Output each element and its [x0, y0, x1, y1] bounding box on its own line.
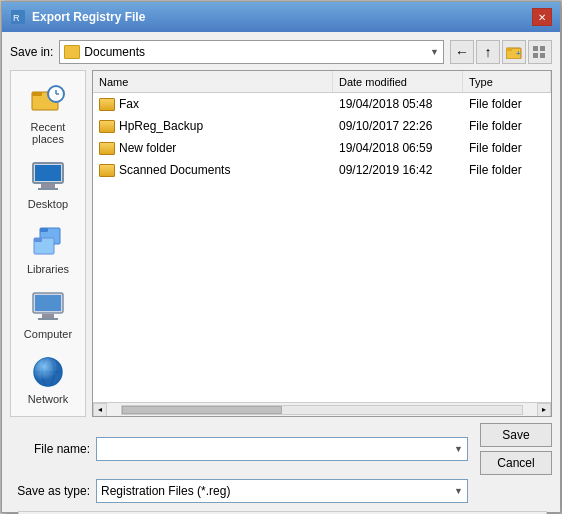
svg-text:+: +: [516, 49, 521, 58]
svg-rect-8: [540, 53, 545, 58]
filename-row: File name: ▼ Save Cancel: [10, 423, 552, 475]
svg-rect-24: [42, 314, 54, 318]
toolbar-buttons: ← ↑ +: [450, 40, 552, 64]
save-button[interactable]: Save: [480, 423, 552, 447]
sidebar-item-desktop[interactable]: Desktop: [15, 154, 81, 215]
filetype-dropdown-arrow: ▼: [454, 486, 463, 496]
file-name-cell: Scanned Documents: [95, 163, 335, 177]
folder-icon: [99, 164, 115, 177]
file-type-cell: File folder: [465, 163, 549, 177]
new-folder-button[interactable]: +: [502, 40, 526, 64]
action-buttons: Save Cancel: [480, 423, 552, 475]
column-header-date[interactable]: Date modified: [333, 71, 463, 92]
folder-icon: [99, 120, 115, 133]
desktop-label: Desktop: [28, 198, 68, 210]
folder-icon: [64, 45, 80, 59]
file-list-header: Name Date modified Type: [93, 71, 551, 93]
regedit-icon: R: [10, 9, 26, 25]
table-row[interactable]: Scanned Documents 09/12/2019 16:42 File …: [93, 159, 551, 181]
dialog-body: Save in: Documents ▼ ← ↑ +: [2, 32, 560, 514]
chevron-down-icon: ▼: [430, 47, 439, 57]
desktop-icon: [30, 159, 66, 195]
svg-rect-19: [40, 228, 48, 232]
sidebar-item-network[interactable]: Network: [15, 349, 81, 410]
svg-rect-7: [533, 53, 538, 58]
file-date-cell: 19/04/2018 06:59: [335, 141, 465, 155]
svg-rect-17: [38, 188, 58, 190]
bottom-fields: File name: ▼ Save Cancel Save as type: R…: [10, 423, 552, 503]
svg-rect-21: [34, 238, 42, 242]
title-bar-buttons: ✕: [532, 8, 552, 26]
libraries-icon: [30, 224, 66, 260]
column-header-type[interactable]: Type: [463, 71, 551, 92]
horizontal-scrollbar[interactable]: ◂ ▸: [93, 402, 551, 416]
filetype-row: Save as type: Registration Files (*.reg)…: [10, 479, 552, 503]
views-icon: [533, 46, 547, 58]
up-button[interactable]: ↑: [476, 40, 500, 64]
svg-rect-10: [32, 92, 42, 96]
scroll-thumb[interactable]: [122, 406, 282, 414]
file-name-cell: Fax: [95, 97, 335, 111]
file-name-cell: New folder: [95, 141, 335, 155]
sidebar-item-recent-places[interactable]: Recent places: [15, 77, 81, 150]
svg-rect-3: [506, 48, 512, 51]
table-row[interactable]: New folder 19/04/2018 06:59 File folder: [93, 137, 551, 159]
file-list-panel: Name Date modified Type Fax 19/04/2018 0…: [92, 70, 552, 417]
filename-label: File name:: [10, 442, 90, 456]
save-in-label: Save in:: [10, 45, 53, 59]
file-type-cell: File folder: [465, 141, 549, 155]
network-icon: [30, 354, 66, 390]
title-bar: R Export Registry File ✕: [2, 2, 560, 32]
recent-places-icon: [30, 82, 66, 118]
dialog-title: Export Registry File: [32, 10, 145, 24]
main-area: Recent places Desktop: [10, 70, 552, 417]
network-label: Network: [28, 393, 68, 405]
file-date-cell: 09/10/2017 22:26: [335, 119, 465, 133]
file-type-cell: File folder: [465, 97, 549, 111]
sidebar-item-computer[interactable]: Computer: [15, 284, 81, 345]
scroll-track[interactable]: [121, 405, 523, 415]
file-date-cell: 19/04/2018 05:48: [335, 97, 465, 111]
table-row[interactable]: HpReg_Backup 09/10/2017 22:26 File folde…: [93, 115, 551, 137]
sidebar-item-libraries[interactable]: Libraries: [15, 219, 81, 280]
svg-point-31: [34, 358, 62, 386]
file-date-cell: 09/12/2019 16:42: [335, 163, 465, 177]
computer-label: Computer: [24, 328, 72, 340]
close-button[interactable]: ✕: [532, 8, 552, 26]
new-folder-icon: +: [506, 45, 522, 59]
file-type-cell: File folder: [465, 119, 549, 133]
scroll-right-arrow[interactable]: ▸: [537, 403, 551, 417]
svg-rect-6: [540, 46, 545, 51]
libraries-label: Libraries: [27, 263, 69, 275]
file-name-cell: HpReg_Backup: [95, 119, 335, 133]
computer-icon: [30, 289, 66, 325]
file-list: Fax 19/04/2018 05:48 File folder HpReg_B…: [93, 93, 551, 402]
table-row[interactable]: Fax 19/04/2018 05:48 File folder: [93, 93, 551, 115]
views-button[interactable]: [528, 40, 552, 64]
recent-places-label: Recent places: [18, 121, 78, 145]
svg-rect-23: [35, 295, 61, 311]
svg-rect-15: [35, 165, 61, 181]
column-header-name[interactable]: Name: [93, 71, 333, 92]
filename-dropdown-arrow: ▼: [454, 444, 463, 454]
save-in-value: Documents: [64, 45, 145, 59]
save-in-dropdown[interactable]: Documents ▼: [59, 40, 444, 64]
folder-icon: [99, 142, 115, 155]
svg-rect-16: [41, 184, 55, 188]
left-nav-panel: Recent places Desktop: [10, 70, 86, 417]
filename-input[interactable]: ▼: [96, 437, 468, 461]
export-registry-dialog: R Export Registry File ✕ Save in: Docume…: [1, 1, 561, 513]
back-button[interactable]: ←: [450, 40, 474, 64]
folder-icon: [99, 98, 115, 111]
scroll-left-arrow[interactable]: ◂: [93, 403, 107, 417]
filetype-label: Save as type:: [10, 484, 90, 498]
svg-text:R: R: [13, 13, 20, 23]
cancel-button[interactable]: Cancel: [480, 451, 552, 475]
svg-rect-25: [38, 318, 58, 320]
svg-rect-5: [533, 46, 538, 51]
save-in-row: Save in: Documents ▼ ← ↑ +: [10, 40, 552, 64]
title-bar-left: R Export Registry File: [10, 9, 145, 25]
filetype-dropdown[interactable]: Registration Files (*.reg) ▼: [96, 479, 468, 503]
